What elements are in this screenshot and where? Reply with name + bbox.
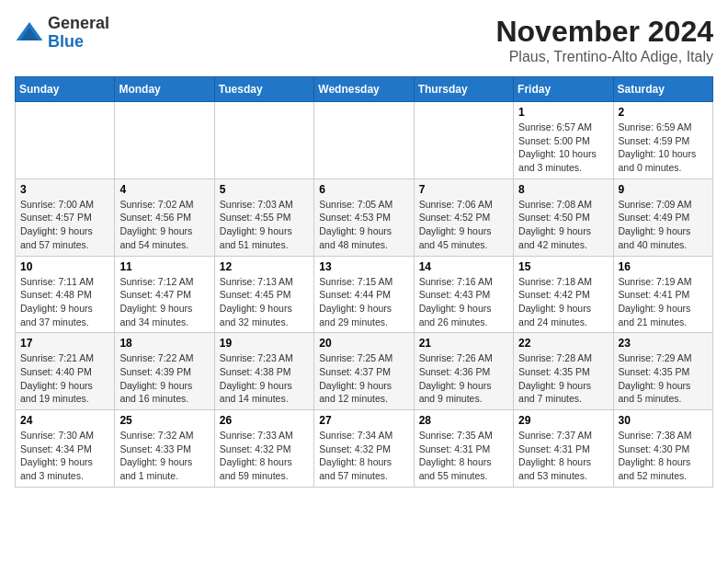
calendar-cell: 1Sunrise: 6:57 AM Sunset: 5:00 PM Daylig… <box>514 102 613 179</box>
calendar-cell: 25Sunrise: 7:32 AM Sunset: 4:33 PM Dayli… <box>115 410 214 488</box>
weekday-header-row: SundayMondayTuesdayWednesdayThursdayFrid… <box>16 77 713 102</box>
day-number: 25 <box>119 414 209 427</box>
day-info: Sunrise: 7:05 AM Sunset: 4:53 PM Dayligh… <box>319 198 408 252</box>
day-info: Sunrise: 7:02 AM Sunset: 4:56 PM Dayligh… <box>119 198 209 252</box>
calendar-cell: 28Sunrise: 7:35 AM Sunset: 4:31 PM Dayli… <box>414 410 513 488</box>
calendar-cell: 11Sunrise: 7:12 AM Sunset: 4:47 PM Dayli… <box>115 256 214 333</box>
calendar-cell: 4Sunrise: 7:02 AM Sunset: 4:56 PM Daylig… <box>115 178 214 256</box>
title-area: November 2024 Plaus, Trentino-Alto Adige… <box>495 15 713 65</box>
day-info: Sunrise: 7:13 AM Sunset: 4:45 PM Dayligh… <box>220 275 309 329</box>
month-title: November 2024 <box>495 15 713 49</box>
calendar-cell: 30Sunrise: 7:38 AM Sunset: 4:30 PM Dayli… <box>613 410 712 488</box>
day-info: Sunrise: 7:15 AM Sunset: 4:44 PM Dayligh… <box>319 275 408 329</box>
calendar-cell: 24Sunrise: 7:30 AM Sunset: 4:34 PM Dayli… <box>16 410 115 488</box>
weekday-header-thursday: Thursday <box>414 77 513 102</box>
calendar-cell <box>414 102 513 179</box>
calendar-cell <box>214 102 313 179</box>
weekday-header-friday: Friday <box>514 77 613 102</box>
day-info: Sunrise: 7:32 AM Sunset: 4:33 PM Dayligh… <box>119 429 209 483</box>
day-info: Sunrise: 7:03 AM Sunset: 4:55 PM Dayligh… <box>220 198 309 252</box>
weekday-header-sunday: Sunday <box>16 77 115 102</box>
calendar-body: 1Sunrise: 6:57 AM Sunset: 5:00 PM Daylig… <box>16 102 713 488</box>
calendar-cell: 8Sunrise: 7:08 AM Sunset: 4:50 PM Daylig… <box>514 178 613 256</box>
calendar-cell: 19Sunrise: 7:23 AM Sunset: 4:38 PM Dayli… <box>214 333 313 410</box>
calendar-cell: 3Sunrise: 7:00 AM Sunset: 4:57 PM Daylig… <box>16 178 115 256</box>
calendar-cell: 5Sunrise: 7:03 AM Sunset: 4:55 PM Daylig… <box>214 178 313 256</box>
day-info: Sunrise: 7:08 AM Sunset: 4:50 PM Dayligh… <box>518 198 608 252</box>
day-number: 2 <box>619 106 708 119</box>
weekday-header-monday: Monday <box>115 77 214 102</box>
calendar-cell: 16Sunrise: 7:19 AM Sunset: 4:41 PM Dayli… <box>613 256 712 333</box>
day-number: 21 <box>419 337 508 350</box>
calendar-cell: 10Sunrise: 7:11 AM Sunset: 4:48 PM Dayli… <box>16 256 115 333</box>
calendar-cell: 26Sunrise: 7:33 AM Sunset: 4:32 PM Dayli… <box>214 410 313 488</box>
day-info: Sunrise: 7:12 AM Sunset: 4:47 PM Dayligh… <box>119 275 209 329</box>
calendar-cell: 7Sunrise: 7:06 AM Sunset: 4:52 PM Daylig… <box>414 178 513 256</box>
day-number: 24 <box>20 414 109 427</box>
day-number: 8 <box>518 183 608 196</box>
day-info: Sunrise: 6:57 AM Sunset: 5:00 PM Dayligh… <box>518 121 608 175</box>
day-number: 26 <box>220 414 309 427</box>
day-number: 19 <box>220 337 309 350</box>
day-info: Sunrise: 7:28 AM Sunset: 4:35 PM Dayligh… <box>518 351 608 406</box>
calendar-week-row: 24Sunrise: 7:30 AM Sunset: 4:34 PM Dayli… <box>16 410 713 488</box>
weekday-header-saturday: Saturday <box>613 77 712 102</box>
calendar-week-row: 1Sunrise: 6:57 AM Sunset: 5:00 PM Daylig… <box>16 102 713 179</box>
day-number: 29 <box>518 414 608 427</box>
calendar-cell: 15Sunrise: 7:18 AM Sunset: 4:42 PM Dayli… <box>514 256 613 333</box>
calendar-header: SundayMondayTuesdayWednesdayThursdayFrid… <box>16 77 713 102</box>
day-number: 20 <box>319 337 408 350</box>
day-number: 30 <box>619 414 708 427</box>
day-info: Sunrise: 7:23 AM Sunset: 4:38 PM Dayligh… <box>220 351 309 406</box>
day-info: Sunrise: 7:26 AM Sunset: 4:36 PM Dayligh… <box>419 351 508 406</box>
calendar-cell: 22Sunrise: 7:28 AM Sunset: 4:35 PM Dayli… <box>514 333 613 410</box>
weekday-header-tuesday: Tuesday <box>214 77 313 102</box>
day-number: 22 <box>518 337 608 350</box>
day-info: Sunrise: 6:59 AM Sunset: 4:59 PM Dayligh… <box>619 121 708 175</box>
logo-icon <box>15 18 44 48</box>
day-info: Sunrise: 7:11 AM Sunset: 4:48 PM Dayligh… <box>20 275 109 329</box>
calendar-cell: 23Sunrise: 7:29 AM Sunset: 4:35 PM Dayli… <box>613 333 712 410</box>
day-info: Sunrise: 7:29 AM Sunset: 4:35 PM Dayligh… <box>619 351 708 406</box>
day-info: Sunrise: 7:35 AM Sunset: 4:31 PM Dayligh… <box>419 429 508 483</box>
day-number: 12 <box>220 260 309 273</box>
day-info: Sunrise: 7:00 AM Sunset: 4:57 PM Dayligh… <box>20 198 109 252</box>
calendar-cell: 21Sunrise: 7:26 AM Sunset: 4:36 PM Dayli… <box>414 333 513 410</box>
calendar-cell: 18Sunrise: 7:22 AM Sunset: 4:39 PM Dayli… <box>115 333 214 410</box>
day-number: 9 <box>619 183 708 196</box>
day-info: Sunrise: 7:06 AM Sunset: 4:52 PM Dayligh… <box>419 198 508 252</box>
day-info: Sunrise: 7:37 AM Sunset: 4:31 PM Dayligh… <box>518 429 608 483</box>
day-number: 1 <box>518 106 608 119</box>
day-info: Sunrise: 7:19 AM Sunset: 4:41 PM Dayligh… <box>619 275 708 329</box>
calendar-cell: 2Sunrise: 6:59 AM Sunset: 4:59 PM Daylig… <box>613 102 712 179</box>
day-info: Sunrise: 7:09 AM Sunset: 4:49 PM Dayligh… <box>619 198 708 252</box>
calendar-cell: 29Sunrise: 7:37 AM Sunset: 4:31 PM Dayli… <box>514 410 613 488</box>
calendar-cell: 6Sunrise: 7:05 AM Sunset: 4:53 PM Daylig… <box>314 178 414 256</box>
day-number: 10 <box>20 260 109 273</box>
day-number: 13 <box>319 260 408 273</box>
day-info: Sunrise: 7:33 AM Sunset: 4:32 PM Dayligh… <box>220 429 309 483</box>
day-number: 18 <box>119 337 209 350</box>
day-number: 23 <box>619 337 708 350</box>
header: General Blue November 2024 Plaus, Trenti… <box>15 15 713 65</box>
day-number: 28 <box>419 414 508 427</box>
day-info: Sunrise: 7:18 AM Sunset: 4:42 PM Dayligh… <box>518 275 608 329</box>
day-info: Sunrise: 7:21 AM Sunset: 4:40 PM Dayligh… <box>20 351 109 406</box>
day-number: 4 <box>119 183 209 196</box>
day-info: Sunrise: 7:34 AM Sunset: 4:32 PM Dayligh… <box>319 429 408 483</box>
calendar-cell <box>16 102 115 179</box>
calendar: SundayMondayTuesdayWednesdayThursdayFrid… <box>15 76 713 488</box>
day-info: Sunrise: 7:22 AM Sunset: 4:39 PM Dayligh… <box>119 351 209 406</box>
logo-text: General Blue <box>48 15 109 52</box>
calendar-cell: 17Sunrise: 7:21 AM Sunset: 4:40 PM Dayli… <box>16 333 115 410</box>
calendar-week-row: 17Sunrise: 7:21 AM Sunset: 4:40 PM Dayli… <box>16 333 713 410</box>
day-number: 11 <box>119 260 209 273</box>
logo-general: General <box>48 14 109 32</box>
day-number: 14 <box>419 260 508 273</box>
calendar-cell: 12Sunrise: 7:13 AM Sunset: 4:45 PM Dayli… <box>214 256 313 333</box>
day-info: Sunrise: 7:16 AM Sunset: 4:43 PM Dayligh… <box>419 275 508 329</box>
calendar-week-row: 3Sunrise: 7:00 AM Sunset: 4:57 PM Daylig… <box>16 178 713 256</box>
calendar-cell: 13Sunrise: 7:15 AM Sunset: 4:44 PM Dayli… <box>314 256 414 333</box>
logo: General Blue <box>15 15 109 52</box>
calendar-week-row: 10Sunrise: 7:11 AM Sunset: 4:48 PM Dayli… <box>16 256 713 333</box>
